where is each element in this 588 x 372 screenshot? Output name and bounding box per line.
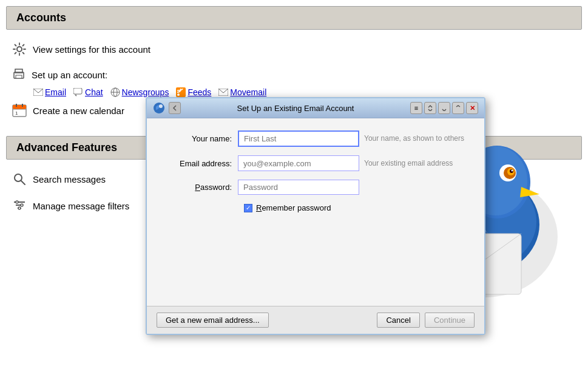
dialog-app-icon (153, 102, 165, 114)
email-setup-dialog: Set Up an Existing Email Account ≡ ✕ (146, 97, 485, 335)
setup-account-label: Set up an account: (32, 70, 107, 80)
email-type-link[interactable]: Email (33, 87, 66, 97)
dialog-window-controls: ≡ ✕ (410, 102, 478, 114)
name-label: Your name: (165, 134, 238, 143)
search-messages-label: Search messages (33, 174, 106, 184)
svg-point-38 (159, 104, 163, 108)
search-icon (12, 172, 27, 186)
email-input-group: Your existing email address (238, 155, 466, 171)
movemail-type-link[interactable]: Movemail (218, 87, 266, 97)
dialog-expand-up-button[interactable] (452, 102, 464, 114)
accounts-title: Accounts (16, 12, 66, 24)
remember-password-checkbox[interactable] (244, 204, 252, 212)
manage-filters-label: Manage message filters (33, 201, 129, 211)
svg-point-24 (21, 204, 23, 206)
dialog-footer: Get a new email address... Cancel Contin… (147, 306, 484, 334)
newsgroups-type-link[interactable]: Newsgroups (110, 87, 169, 97)
dialog-close-button[interactable]: ✕ (466, 102, 478, 114)
feeds-type-label: Feeds (188, 87, 211, 97)
view-settings-item[interactable]: View settings for this account (0, 36, 588, 63)
email-hint: Your existing email address (364, 155, 453, 171)
name-field-row: Your name: Your name, as shown to others (165, 130, 466, 147)
password-input[interactable] (238, 180, 359, 195)
svg-point-10 (177, 93, 180, 96)
svg-point-0 (17, 47, 22, 52)
name-input-group: Your name, as shown to others (238, 130, 466, 147)
create-calendar-label: Create a new calendar (33, 106, 124, 116)
advanced-features-title: Advanced Features (16, 141, 117, 154)
svg-point-25 (18, 207, 21, 209)
email-input[interactable] (238, 155, 359, 171)
footer-right: Cancel Continue (377, 313, 475, 328)
password-input-group (238, 180, 466, 195)
svg-rect-13 (13, 105, 26, 109)
svg-text:1: 1 (15, 110, 18, 116)
newsgroups-small-icon (110, 87, 120, 97)
svg-point-23 (16, 201, 18, 203)
svg-rect-3 (16, 75, 22, 78)
feeds-small-icon (176, 87, 186, 97)
email-field-row: Email address: Your existing email addre… (165, 155, 466, 171)
view-settings-label: View settings for this account (33, 44, 150, 55)
dialog-titlebar: Set Up an Existing Email Account ≡ ✕ (147, 98, 484, 118)
setup-account-row: Set up an account: (0, 63, 588, 87)
chat-type-link[interactable]: Chat (73, 87, 103, 97)
movemail-type-label: Movemail (230, 87, 266, 97)
svg-point-35 (512, 170, 513, 172)
dialog-spacer (165, 221, 466, 294)
filters-icon (12, 198, 27, 213)
dialog-collapse-button[interactable] (424, 102, 436, 114)
account-types-row: Email Chat Newsgroups (0, 87, 588, 97)
chat-type-label: Chat (85, 87, 103, 97)
newsgroups-type-label: Newsgroups (122, 87, 169, 97)
svg-point-37 (154, 103, 164, 113)
dialog-expand-down-button[interactable] (438, 102, 450, 114)
remember-password-row: Remember password (165, 203, 466, 212)
password-field-row: Password: (165, 180, 466, 195)
get-new-email-button[interactable]: Get a new email address... (157, 313, 269, 328)
dialog-title: Set Up an Existing Email Account (184, 104, 407, 113)
dialog-menu-button[interactable]: ≡ (410, 102, 422, 114)
feeds-type-link[interactable]: Feeds (176, 87, 211, 97)
name-hint: Your name, as shown to others (364, 130, 464, 147)
svg-rect-5 (73, 88, 82, 94)
svg-line-19 (21, 181, 25, 184)
dialog-body: Your name: Your name, as shown to others… (147, 118, 484, 306)
calendar-icon: 1 (12, 103, 27, 118)
printer-icon (12, 67, 25, 83)
dialog-back-button[interactable] (169, 102, 181, 114)
footer-left: Get a new email address... (157, 313, 269, 328)
continue-button[interactable]: Continue (425, 313, 475, 328)
remember-password-label: Remember password (256, 203, 331, 212)
email-label: Email address: (165, 159, 238, 168)
accounts-header: Accounts (6, 6, 582, 30)
gear-icon (12, 42, 27, 56)
cancel-button[interactable]: Cancel (377, 313, 419, 328)
email-type-label: Email (45, 87, 66, 97)
name-input[interactable] (238, 130, 359, 147)
chat-small-icon (73, 87, 83, 97)
svg-point-18 (15, 174, 22, 181)
movemail-small-icon (218, 87, 228, 97)
password-label: Password: (165, 183, 238, 192)
email-small-icon (33, 87, 43, 97)
